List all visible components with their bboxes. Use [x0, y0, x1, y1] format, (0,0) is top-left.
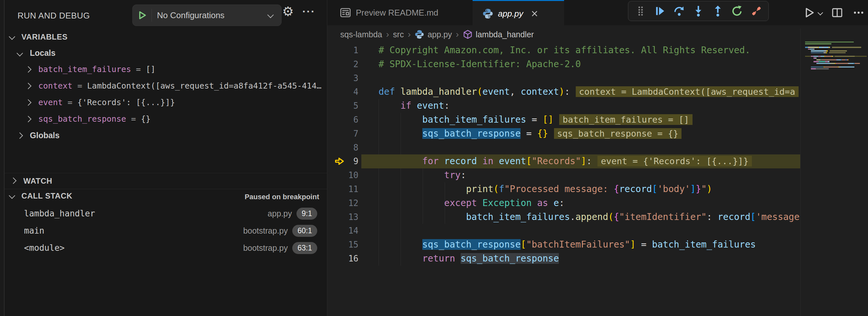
variable-name: batch_item_failures [38, 65, 131, 74]
line-number[interactable]: 7 [327, 127, 359, 141]
code-line[interactable]: 5 if event: [327, 99, 800, 113]
sidebar-title: RUN AND DEBUG [18, 11, 90, 21]
line-number[interactable]: 11 [327, 182, 359, 196]
variables-section-header[interactable]: VARIABLES [4, 30, 327, 44]
paused-breakpoint-arrow-icon[interactable] [334, 156, 345, 171]
code-line[interactable]: 14 [327, 224, 800, 238]
step-over-icon[interactable] [672, 4, 686, 18]
vscode-debug-window: RUN AND DEBUG No Configurations ⚙ ··· VA… [0, 0, 868, 316]
run-dropdown-chevron-icon[interactable] [818, 10, 823, 15]
code-editor[interactable]: 1# Copyright Amazon.com, Inc. or its aff… [327, 43, 800, 271]
code-lines: 1# Copyright Amazon.com, Inc. or its aff… [327, 43, 800, 266]
line-number[interactable]: 14 [327, 224, 359, 238]
variable-name: context [38, 81, 72, 91]
variable-name: event [38, 98, 63, 107]
code-line[interactable]: 8 [327, 141, 800, 155]
code-line[interactable]: 16 return sqs_batch_response [327, 252, 800, 266]
variable-row[interactable]: event = {'Records': [{...}]} [4, 95, 327, 111]
breadcrumb-item[interactable]: app.py [428, 30, 452, 39]
tab-preview-readme[interactable]: Preview README.md [327, 0, 473, 25]
frame-name: lambda_handler [24, 209, 95, 218]
gear-icon[interactable]: ⚙ [282, 4, 294, 19]
code-text: if event: [378, 99, 450, 113]
line-number[interactable]: 12 [327, 196, 359, 210]
minimap[interactable] [800, 29, 868, 316]
activity-bar-edge [0, 0, 4, 316]
inline-debug-value: context = LambdaContext([aws_request_id=… [576, 86, 798, 97]
call-stack-section-header[interactable]: CALL STACK Paused on breakpoint [4, 189, 327, 205]
code-line[interactable]: 11 print(f"Processed message: {record['b… [327, 182, 800, 196]
restart-icon[interactable] [730, 4, 744, 18]
inline-debug-value: event = {'Records': [{...}]} [597, 156, 751, 166]
code-line[interactable]: 9 for record in event["Records"]:event =… [327, 154, 800, 168]
line-number[interactable]: 5 [327, 99, 359, 113]
inline-debug-value: batch_item_failures = [] [559, 114, 692, 125]
chevron-down-icon [9, 33, 15, 40]
chevron-right-icon [25, 116, 31, 122]
run-icon[interactable] [803, 6, 816, 19]
continue-icon[interactable] [653, 4, 667, 18]
drag-handle-icon[interactable] [633, 4, 648, 18]
code-line[interactable]: 1# Copyright Amazon.com, Inc. or its aff… [327, 43, 800, 57]
line-number[interactable]: 16 [327, 252, 359, 266]
scope-label: Globals [30, 131, 60, 140]
code-line[interactable]: 15 sqs_batch_response["batchItemFailures… [327, 238, 800, 252]
more-actions-icon[interactable]: ··· [302, 5, 315, 18]
variable-row[interactable]: context = LambdaContext([aws_request_id=… [4, 78, 327, 94]
line-number[interactable]: 15 [327, 238, 359, 252]
sidebar-header: RUN AND DEBUG No Configurations ⚙ ··· [4, 0, 327, 29]
code-line[interactable]: 7 sqs_batch_response = {}sqs_batch_respo… [327, 127, 800, 141]
step-out-icon[interactable] [711, 4, 725, 18]
line-number[interactable]: 13 [327, 210, 359, 224]
chevron-right-icon: › [386, 29, 389, 39]
code-line[interactable]: 3 [327, 71, 800, 85]
line-number[interactable]: 2 [327, 57, 359, 71]
scope-locals-row[interactable]: Locals [4, 45, 327, 62]
code-text: except Exception as e: [378, 196, 564, 210]
scope-globals-row[interactable]: Globals [4, 128, 327, 144]
line-number[interactable]: 4 [327, 85, 359, 99]
tab-label: Preview README.md [356, 8, 438, 18]
line-number[interactable]: 3 [327, 71, 359, 85]
variable-row[interactable]: sqs_batch_response = {} [4, 111, 327, 127]
stack-frame-row[interactable]: lambda_handler app.py 9:1 [4, 205, 327, 222]
code-line[interactable]: 13 batch_item_failures.append({"itemIden… [327, 210, 800, 224]
close-icon[interactable] [530, 9, 539, 18]
stack-frame-row[interactable]: <module> bootstrap.py 63:1 [4, 240, 327, 256]
code-line[interactable]: 6 batch_item_failures = []batch_item_fai… [327, 113, 800, 127]
run-and-debug-sidebar: RUN AND DEBUG No Configurations ⚙ ··· VA… [0, 0, 327, 316]
paused-status-text: Paused on breakpoint [245, 193, 319, 201]
section-label: VARIABLES [22, 32, 67, 41]
code-line[interactable]: 10 try: [327, 168, 800, 182]
editor-area: Preview README.md app.py [327, 0, 868, 316]
code-text: # Copyright Amazon.com, Inc. or its affi… [378, 43, 750, 57]
code-line[interactable]: 4def lambda_handler(event, context):cont… [327, 85, 800, 99]
stack-frame-row[interactable]: main bootstrap.py 60:1 [4, 222, 327, 239]
breadcrumb-item[interactable]: sqs-lambda [340, 30, 382, 39]
step-into-icon[interactable] [691, 4, 706, 18]
variable-value: {'Records': [{...}]} [77, 98, 175, 107]
tab-app-py[interactable]: app.py [473, 0, 564, 26]
line-number[interactable]: 8 [327, 141, 359, 155]
line-number[interactable]: 6 [327, 113, 359, 127]
frame-file: app.py [268, 209, 292, 218]
line-number[interactable]: 1 [327, 43, 359, 57]
code-text: sqs_batch_response = {}sqs_batch_respons… [378, 127, 681, 141]
breadcrumb-item[interactable]: src [393, 30, 404, 39]
start-debug-button[interactable] [133, 9, 152, 22]
chevron-right-icon: › [408, 29, 411, 39]
breadcrumb-item[interactable]: lambda_handler [476, 30, 534, 39]
code-line[interactable]: 12 except Exception as e: [327, 196, 800, 210]
more-actions-icon[interactable] [852, 6, 865, 19]
split-editor-icon[interactable] [831, 6, 844, 19]
markdown-preview-icon [340, 7, 351, 19]
chevron-right-icon [25, 66, 31, 73]
watch-section-header[interactable]: WATCH [4, 173, 327, 189]
code-line[interactable]: 2# SPDX-License-Identifier: Apache-2.0 [327, 57, 800, 71]
debug-configuration-dropdown[interactable]: No Configurations [132, 4, 282, 26]
variable-row[interactable]: batch_item_failures = [] [4, 62, 327, 78]
tab-label: app.py [498, 9, 523, 19]
disconnect-icon[interactable] [749, 4, 764, 18]
code-text: return sqs_batch_response [378, 252, 559, 266]
frame-position-badge: 60:1 [292, 225, 317, 237]
